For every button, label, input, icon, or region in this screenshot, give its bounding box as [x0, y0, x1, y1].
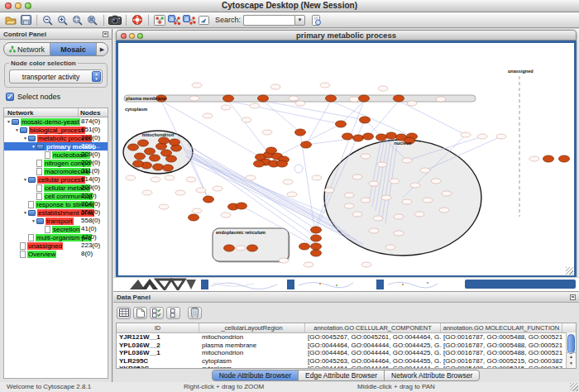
network-node[interactable] — [126, 175, 136, 180]
network-node[interactable] — [163, 165, 174, 171]
layout-nodes-a-icon[interactable]: a — [167, 13, 182, 27]
network-node[interactable] — [394, 95, 404, 102]
open-file-icon[interactable] — [3, 13, 18, 27]
search-input[interactable] — [243, 15, 294, 26]
network-node[interactable] — [150, 155, 160, 161]
network-node[interactable] — [353, 135, 364, 141]
column-header[interactable]: _cellularLayoutRegion — [199, 323, 305, 332]
table-row[interactable]: YJR121W__1mitochondrion[GO:0045267, GO:0… — [117, 333, 576, 342]
zoom-in-icon[interactable] — [55, 13, 70, 27]
network-node[interactable] — [369, 228, 379, 233]
network-node[interactable] — [153, 164, 164, 170]
network-node[interactable] — [277, 160, 288, 167]
network-node[interactable] — [373, 216, 383, 221]
unselect-attributes-icon[interactable] — [166, 307, 180, 319]
create-attribute-icon[interactable] — [133, 307, 147, 319]
tree-expander-icon[interactable]: ▼ — [22, 136, 28, 141]
network-node[interactable] — [361, 154, 371, 159]
network-node[interactable] — [295, 101, 305, 106]
network-node[interactable] — [221, 213, 231, 218]
minimize-window-button[interactable] — [15, 2, 22, 9]
tree-col-nodes[interactable]: Nodes — [78, 108, 108, 117]
network-node[interactable] — [386, 132, 397, 139]
network-node[interactable] — [289, 96, 299, 101]
network-node[interactable] — [159, 204, 169, 209]
tree-row[interactable]: nitrogen compo209(0) — [4, 159, 108, 167]
network-node[interactable] — [203, 113, 213, 118]
network-node[interactable] — [196, 188, 206, 193]
network-canvas[interactable]: plasma membranecytoplasmmitochondrionnuc… — [118, 43, 574, 275]
network-node[interactable] — [496, 134, 506, 139]
network-node[interactable] — [349, 97, 359, 102]
layout-nodes-b-icon[interactable]: a — [182, 13, 197, 27]
network-node[interactable] — [186, 177, 196, 182]
zoom-out-icon[interactable] — [41, 13, 55, 27]
network-node[interactable] — [279, 258, 289, 263]
tree-row[interactable]: cellular metabo209(0) — [4, 184, 108, 192]
network-node[interactable] — [326, 95, 337, 102]
network-node[interactable] — [414, 212, 424, 217]
network-node[interactable] — [311, 235, 322, 241]
tab-edge-attribute-browser[interactable]: Edge Attribute Browser — [298, 370, 385, 381]
tree-row[interactable]: secretion41(0) — [4, 225, 108, 233]
network-node[interactable] — [369, 181, 379, 186]
scrollbar-thumb[interactable] — [567, 334, 575, 354]
network-node[interactable] — [165, 175, 175, 180]
float-panel-icon[interactable] — [103, 31, 108, 37]
network-node[interactable] — [410, 183, 420, 188]
network-node[interactable] — [407, 101, 417, 106]
close-window-button[interactable] — [5, 2, 12, 9]
network-node[interactable] — [246, 175, 256, 180]
network-node[interactable] — [360, 117, 371, 123]
tree-expander-icon[interactable]: ▼ — [22, 177, 28, 182]
network-node[interactable] — [133, 160, 144, 167]
network-node[interactable] — [311, 227, 322, 233]
network-node[interactable] — [390, 179, 400, 184]
net-close-button[interactable] — [121, 33, 127, 39]
tree-row[interactable]: ▼establishment of lo558(0) — [4, 208, 108, 217]
tree-row[interactable]: response to stimulu264(0) — [4, 200, 108, 208]
tab-node-attribute-browser[interactable]: Node Attribute Browser — [212, 370, 299, 381]
network-node[interactable] — [402, 158, 412, 163]
column-header[interactable]: annotation.GO MOLECULAR_FUNCTION — [441, 323, 562, 332]
network-node[interactable] — [439, 208, 449, 213]
network-node[interactable] — [559, 155, 570, 162]
network-node[interactable] — [336, 121, 347, 127]
network-node[interactable] — [142, 190, 152, 195]
net-zoom-button[interactable] — [137, 33, 143, 39]
network-node[interactable] — [128, 144, 139, 151]
tree-row[interactable]: ▼metabolic process280(0) — [4, 134, 108, 142]
network-node[interactable] — [247, 245, 258, 251]
network-node[interactable] — [283, 179, 293, 184]
tab-network[interactable]: Network — [4, 43, 50, 55]
network-node[interactable] — [192, 208, 202, 213]
network-node[interactable] — [221, 105, 231, 110]
network-node[interactable] — [394, 231, 404, 236]
select-attributes-icon[interactable] — [150, 307, 164, 319]
network-node[interactable] — [359, 95, 370, 102]
tree-row[interactable]: ▼cellular process614(0) — [4, 175, 108, 184]
node-color-dropdown[interactable]: transporter activity ▲▼ — [9, 69, 103, 84]
network-node[interactable] — [138, 140, 149, 146]
network-node[interactable] — [423, 198, 433, 203]
tree-row[interactable]: ▼biological_process651(0) — [4, 126, 108, 134]
network-node[interactable] — [320, 83, 330, 88]
network-node[interactable] — [363, 133, 374, 140]
delete-attribute-icon[interactable] — [188, 307, 202, 319]
network-node[interactable] — [192, 83, 202, 88]
network-node[interactable] — [378, 86, 388, 91]
network-node[interactable] — [223, 95, 234, 102]
save-session-icon[interactable] — [18, 13, 33, 27]
network-node[interactable] — [344, 203, 354, 208]
network-node[interactable] — [301, 141, 312, 148]
network-node[interactable] — [342, 133, 353, 140]
network-node[interactable] — [170, 139, 180, 146]
network-node[interactable] — [352, 212, 362, 217]
network-node[interactable] — [529, 156, 539, 161]
network-node[interactable] — [376, 134, 387, 141]
table-row[interactable]: YPL036W__2plasma membrane[GO:0044464, GO… — [117, 342, 576, 350]
network-node[interactable] — [266, 147, 277, 154]
tree-row[interactable]: cell communicat22(0) — [4, 192, 108, 200]
network-node[interactable] — [436, 97, 446, 102]
network-node[interactable] — [299, 243, 310, 250]
